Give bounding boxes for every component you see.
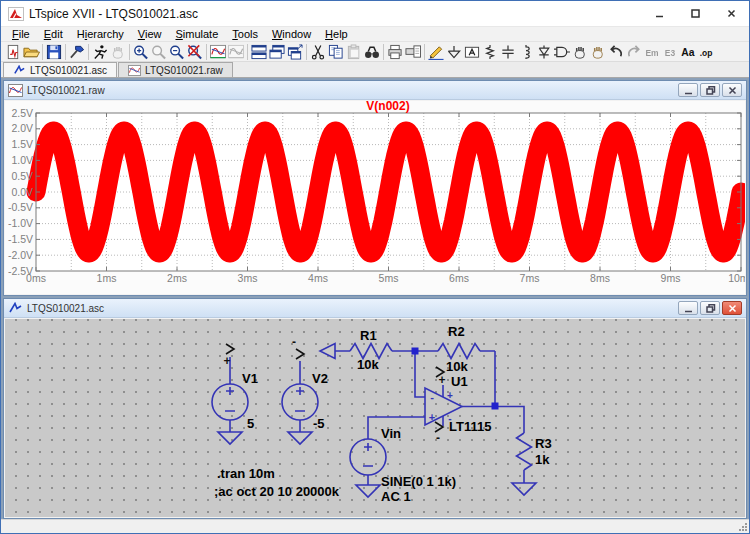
schematic-window-titlebar[interactable]: LTQS010021.asc <box>4 299 746 318</box>
find-button[interactable] <box>363 43 381 61</box>
menu-simulate[interactable]: Simulate <box>168 27 225 42</box>
halt-button[interactable] <box>109 43 127 61</box>
draw-wire-button[interactable] <box>427 43 445 61</box>
waveform-pane[interactable]: 2.5V2.0V1.5V1.0V0.5V0.0V-0.5V-1.0V-1.5V-… <box>5 101 745 294</box>
drag-button[interactable] <box>589 43 607 61</box>
new-schematic-button[interactable] <box>4 43 22 61</box>
svg-text:-0.5V: -0.5V <box>8 201 33 213</box>
ltspice-logo-icon <box>8 6 24 22</box>
redo-button[interactable] <box>625 43 643 61</box>
status-bar <box>1 519 749 533</box>
vin-ref: Vin <box>381 426 401 441</box>
zoom-in-button[interactable] <box>132 43 150 61</box>
menu-hierarchy[interactable]: Hierarchy <box>70 27 131 42</box>
r3-value: 1k <box>535 452 550 467</box>
svg-text:3ms: 3ms <box>238 272 258 284</box>
opamp-inv-mark: - <box>430 391 434 403</box>
zoom-back-button[interactable] <box>150 43 168 61</box>
r1-ref: R1 <box>360 328 377 343</box>
menu-help[interactable]: Help <box>318 27 355 42</box>
tab-ltqs010021.asc[interactable]: LTQS010021.asc <box>3 62 117 77</box>
copy-button[interactable] <box>327 43 345 61</box>
paste-button[interactable] <box>345 43 363 61</box>
print-button[interactable] <box>386 43 404 61</box>
plot-title[interactable]: V(n002) <box>366 101 409 113</box>
v2-ref: V2 <box>312 371 328 386</box>
label-net-button[interactable] <box>463 43 481 61</box>
svg-text:2.5V: 2.5V <box>11 107 33 119</box>
ground-button[interactable] <box>445 43 463 61</box>
component-button[interactable] <box>553 43 571 61</box>
schematic-doc-icon <box>13 65 26 76</box>
menu-edit[interactable]: Edit <box>37 27 70 42</box>
print-preview-button[interactable] <box>404 43 422 61</box>
toolbar-separator <box>65 44 66 60</box>
close-button[interactable] <box>713 1 749 26</box>
move-button[interactable] <box>571 43 589 61</box>
toolbar-separator <box>129 44 130 60</box>
resistor-button[interactable] <box>481 43 499 61</box>
schem-window-restore-button[interactable] <box>700 301 720 315</box>
autorange-y-axis-button[interactable] <box>209 43 227 61</box>
wave-window-minimize-button[interactable] <box>678 83 698 97</box>
menu-file[interactable]: File <box>5 27 37 42</box>
waveform-window-title: LTQS010021.raw <box>27 85 678 96</box>
minimize-button[interactable] <box>641 1 677 26</box>
svg-text:2.0V: 2.0V <box>11 122 33 134</box>
tile-horizontally-button[interactable] <box>250 43 268 61</box>
svg-text:9ms: 9ms <box>661 272 681 284</box>
wave-window-restore-button[interactable] <box>700 83 720 97</box>
schem-window-minimize-button[interactable] <box>678 301 698 315</box>
schem-window-close-button[interactable] <box>722 301 742 315</box>
resize-grip[interactable] <box>737 521 748 532</box>
tab-ltqs010021.raw[interactable]: LTQS010021.raw <box>118 62 233 77</box>
capacitor-button[interactable] <box>499 43 517 61</box>
rotate-button[interactable]: E3 <box>661 43 679 61</box>
schematic-doc-icon <box>8 302 23 315</box>
svg-text:1ms: 1ms <box>97 272 117 284</box>
wave-window-close-button[interactable] <box>722 83 742 97</box>
cascade-windows-button[interactable] <box>268 43 286 61</box>
waveform-doc-icon <box>8 84 23 97</box>
title-bar[interactable]: LTspice XVII - LTQS010021.asc <box>1 1 749 27</box>
directive-tran: .tran 10m <box>217 466 275 481</box>
svg-text:0ms: 0ms <box>26 272 46 284</box>
toolbar: EmE3Aa.op <box>1 42 749 62</box>
svg-text:Em: Em <box>645 48 658 58</box>
save-button[interactable] <box>45 43 63 61</box>
run-button[interactable] <box>91 43 109 61</box>
schematic-drawing: R1 10k R2 10k R3 1k V1 5 V2 -5 Vin SINE(… <box>5 319 745 517</box>
svg-text:4ms: 4ms <box>308 272 328 284</box>
zoom-full-extents-button[interactable] <box>186 43 204 61</box>
svg-text:1.0V: 1.0V <box>11 154 33 166</box>
vin-value2: AC 1 <box>381 489 411 504</box>
spice-directive-button[interactable]: .op <box>697 43 715 61</box>
waveform-window-titlebar[interactable]: LTQS010021.raw <box>4 81 746 100</box>
tile-vertically-button[interactable] <box>286 43 304 61</box>
zoom-out-button[interactable] <box>168 43 186 61</box>
schematic-canvas[interactable]: R1 10k R2 10k R3 1k V1 5 V2 -5 Vin SINE(… <box>5 319 745 517</box>
cut-button[interactable] <box>309 43 327 61</box>
menu-view[interactable]: View <box>131 27 169 42</box>
svg-text:5ms: 5ms <box>379 272 399 284</box>
tab-bar: LTQS010021.ascLTQS010021.raw <box>1 62 749 78</box>
mirror-button[interactable]: Em <box>643 43 661 61</box>
tab-label: LTQS010021.asc <box>30 65 107 76</box>
svg-text:8ms: 8ms <box>590 272 610 284</box>
menu-window[interactable]: Window <box>265 27 318 42</box>
v1-ref: V1 <box>242 371 258 386</box>
control-panel-button[interactable] <box>68 43 86 61</box>
diode-button[interactable] <box>535 43 553 61</box>
text-button[interactable]: Aa <box>679 43 697 61</box>
plot-settings-button[interactable] <box>227 43 245 61</box>
mdi-area: LTQS010021.raw 2.5V2.0V1.5V1.0V0.5V0.0V-… <box>1 78 749 521</box>
svg-text:2ms: 2ms <box>167 272 187 284</box>
waveform-plot[interactable]: 2.5V2.0V1.5V1.0V0.5V0.0V-0.5V-1.0V-1.5V-… <box>5 101 745 294</box>
open-button[interactable] <box>22 43 40 61</box>
undo-button[interactable] <box>607 43 625 61</box>
inductor-button[interactable] <box>517 43 535 61</box>
menu-tools[interactable]: Tools <box>225 27 265 42</box>
toolbar-separator <box>42 44 43 60</box>
svg-text:-2.0V: -2.0V <box>8 249 33 261</box>
maximize-button[interactable] <box>677 1 713 26</box>
